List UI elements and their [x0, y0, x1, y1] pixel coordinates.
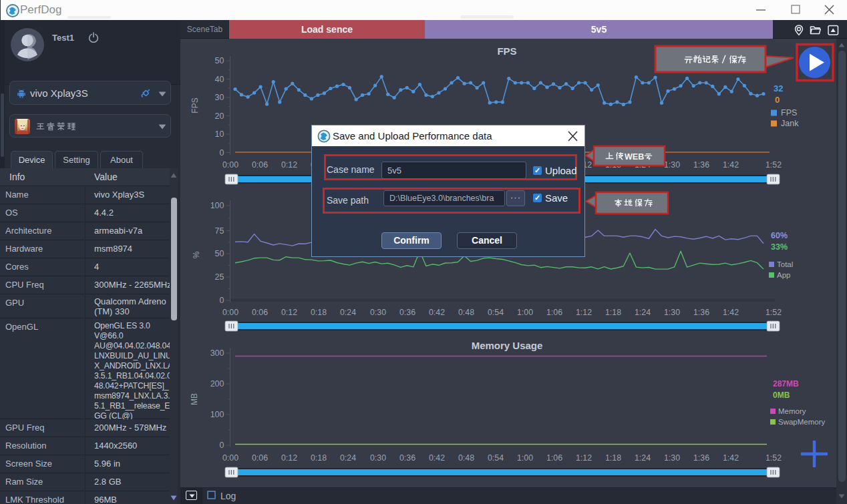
svg-text:WEB: WEB: [625, 152, 644, 162]
